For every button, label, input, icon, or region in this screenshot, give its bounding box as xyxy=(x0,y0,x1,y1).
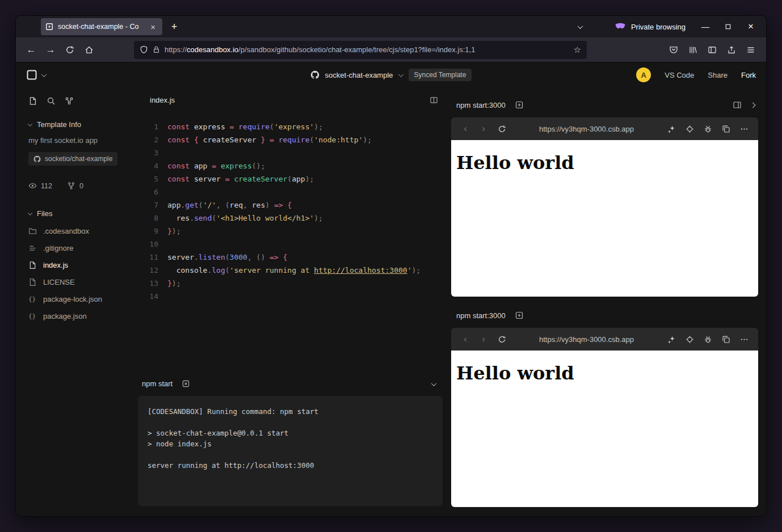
forks-count: 0 xyxy=(79,182,83,190)
back-button[interactable]: ← xyxy=(22,41,41,59)
line-number: 2 xyxy=(142,133,158,146)
more-options-icon[interactable] xyxy=(735,331,752,347)
workspace-logo-icon xyxy=(26,69,37,81)
preview-toolbar-2: ‹ › https://vy3hqm-3000.csb.app xyxy=(451,328,758,351)
line-number: 3 xyxy=(142,146,158,159)
add-preview-icon[interactable] xyxy=(515,311,524,320)
preview-back-icon[interactable]: ‹ xyxy=(457,331,474,347)
code-editor[interactable]: 1const express = require('express');2con… xyxy=(138,112,447,371)
window-controls: — × xyxy=(700,22,756,32)
tab-list-chevron-icon[interactable] xyxy=(573,19,588,35)
files-label: Files xyxy=(37,209,52,218)
home-button[interactable] xyxy=(79,41,99,59)
preview-forward-icon[interactable]: › xyxy=(475,331,492,347)
preview-url-field[interactable]: https://vy3hqm-3000.csb.app xyxy=(511,125,662,133)
sparkles-icon[interactable] xyxy=(663,331,680,347)
close-window-button[interactable]: × xyxy=(746,22,756,32)
line-number: 13 xyxy=(142,277,158,290)
preview-content-2[interactable]: Hello world xyxy=(451,351,758,507)
preview-content-1[interactable]: Hello world xyxy=(451,140,758,297)
file-item-LICENSE[interactable]: LICENSE xyxy=(28,273,138,290)
preview-back-icon[interactable]: ‹ xyxy=(457,121,474,137)
explorer-file-icon[interactable] xyxy=(28,96,37,105)
minimize-button[interactable]: — xyxy=(700,22,710,32)
new-tab-button[interactable]: + xyxy=(166,18,183,35)
lock-icon[interactable] xyxy=(152,45,161,54)
url-text[interactable]: https://codesandbox.io/p/sandbox/github/… xyxy=(165,45,570,54)
devtools-icon[interactable] xyxy=(65,96,74,105)
file-item-index.js[interactable]: index.js xyxy=(28,256,138,273)
preview-url-field[interactable]: https://vy3hqm-3000.csb.app xyxy=(511,335,662,344)
terminal-line xyxy=(148,449,433,460)
files-section-header[interactable]: Files xyxy=(28,209,138,218)
search-icon[interactable] xyxy=(47,96,56,105)
sparkles-icon[interactable] xyxy=(663,121,680,137)
views-count: 112 xyxy=(41,182,52,190)
preview-heading: Hello world xyxy=(456,362,754,384)
duplicate-icon[interactable] xyxy=(717,331,734,347)
vs-code-button[interactable]: VS Code xyxy=(665,71,694,79)
preview-tab-label[interactable]: npm start:3000 xyxy=(456,101,506,109)
library-icon[interactable] xyxy=(683,41,703,59)
code-line: 12 console.log('server running at http:/… xyxy=(142,264,447,277)
split-editor-icon[interactable] xyxy=(430,96,438,104)
template-description: my first socket.io app xyxy=(28,136,138,145)
export-icon[interactable] xyxy=(722,41,741,59)
template-info-section-header[interactable]: Template Info xyxy=(28,120,138,129)
tab-close-icon[interactable]: × xyxy=(148,22,158,32)
url-scheme: https:// xyxy=(165,45,187,54)
terminal-output[interactable]: [CODESANDBOX] Running command: npm start… xyxy=(138,396,443,506)
clear-terminal-icon[interactable] xyxy=(182,379,190,388)
file-name: package-lock.json xyxy=(43,295,102,303)
forward-button[interactable]: → xyxy=(41,41,60,59)
pocket-icon[interactable] xyxy=(664,41,683,59)
maximize-button[interactable] xyxy=(723,22,733,32)
editor-tab-index-js[interactable]: index.js xyxy=(150,96,175,104)
menu-hamburger-icon[interactable] xyxy=(741,41,760,59)
user-avatar[interactable]: A xyxy=(636,67,651,82)
file-item-.codesandbox[interactable]: .codesandbox xyxy=(28,222,138,239)
tracking-shield-icon[interactable] xyxy=(140,45,148,54)
line-number: 10 xyxy=(142,238,158,251)
more-options-icon[interactable] xyxy=(735,121,752,137)
file-name: LICENSE xyxy=(43,278,75,286)
reload-button[interactable] xyxy=(60,41,79,59)
project-name[interactable]: socket-chat-example xyxy=(325,71,393,79)
repo-badge[interactable]: socketio/chat-example xyxy=(28,152,117,166)
inspect-bug-icon[interactable] xyxy=(699,331,716,347)
url-bar[interactable]: https://codesandbox.io/p/sandbox/github/… xyxy=(134,41,587,59)
private-browsing-indicator: Private browsing xyxy=(615,21,686,32)
preview-forward-icon[interactable]: › xyxy=(475,121,492,137)
collapse-terminal-chevron-icon[interactable] xyxy=(432,379,436,388)
add-preview-icon[interactable] xyxy=(515,100,524,109)
code-line: 3 xyxy=(142,146,447,159)
gitignore-icon xyxy=(28,244,37,252)
private-browsing-label: Private browsing xyxy=(631,23,686,31)
target-icon[interactable] xyxy=(681,331,698,347)
tab-title: socket-chat-example - Co xyxy=(58,23,144,31)
code-line: 10 xyxy=(142,238,447,251)
browser-tab-bar: socket-chat-example - Co × + Private bro… xyxy=(16,16,766,37)
fork-button[interactable]: Fork xyxy=(741,71,756,79)
terminal-header[interactable]: npm start xyxy=(138,371,443,396)
file-list: .codesandbox.gitignoreindex.jsLICENSE{}p… xyxy=(28,222,138,324)
line-number: 6 xyxy=(142,185,158,199)
expand-right-chevron-icon[interactable] xyxy=(750,102,756,108)
file-item-package-lock.json[interactable]: {}package-lock.json xyxy=(28,290,138,307)
duplicate-icon[interactable] xyxy=(717,121,734,137)
sidebar-toggle-icon[interactable] xyxy=(703,41,722,59)
preview-tab-label[interactable]: npm start:3000 xyxy=(456,311,506,320)
workspace-menu[interactable] xyxy=(26,69,46,81)
file-item-.gitignore[interactable]: .gitignore xyxy=(28,239,138,256)
layout-icon[interactable] xyxy=(733,100,742,109)
preview-reload-icon[interactable] xyxy=(493,331,510,347)
share-button[interactable]: Share xyxy=(708,71,728,79)
inspect-bug-icon[interactable] xyxy=(699,121,716,137)
bookmark-star-icon[interactable]: ☆ xyxy=(574,45,581,55)
target-icon[interactable] xyxy=(681,121,698,137)
github-icon xyxy=(310,70,319,79)
preview-reload-icon[interactable] xyxy=(493,121,510,137)
browser-tab[interactable]: socket-chat-example - Co × xyxy=(41,18,162,35)
project-chevron-icon[interactable] xyxy=(398,71,403,77)
file-item-package.json[interactable]: {}package.json xyxy=(28,307,138,324)
